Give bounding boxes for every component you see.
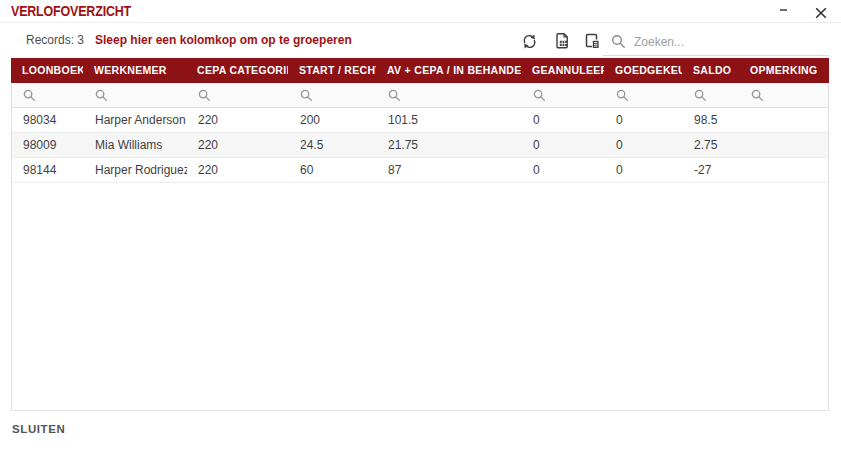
close-button[interactable] (812, 4, 830, 22)
filter-cell-werknemer[interactable] (84, 83, 187, 107)
search-icon (751, 89, 764, 102)
column-header-loonboeknr[interactable]: LOONBOEKNR (11, 58, 83, 83)
cell-geannuleerd: 0 (522, 108, 605, 132)
column-chooser-button[interactable] (582, 31, 602, 51)
minimize-dash-icon[interactable] (780, 9, 787, 11)
column-header-goedgekeurd[interactable]: GOEDGEKEURD (604, 58, 682, 83)
group-panel-hint: Sleep hier een kolomkop om op te groeper… (95, 33, 352, 47)
cell-start-recht: 24.5 (289, 133, 377, 157)
cell-goedgekeurd: 0 (605, 158, 683, 182)
table-row[interactable]: 98009 Mia Williams 220 24.5 21.75 0 0 2.… (12, 133, 828, 158)
export-xlsx-button[interactable] (552, 31, 572, 51)
records-count: Records: 3 (26, 33, 84, 47)
cell-goedgekeurd: 0 (605, 108, 683, 132)
cell-goedgekeurd: 0 (605, 133, 683, 157)
cell-loonboeknr: 98034 (12, 108, 84, 132)
filter-cell-saldo[interactable] (683, 83, 740, 107)
filter-cell-goedgekeurd[interactable] (605, 83, 683, 107)
column-header-av-cepa-in-behandeling[interactable]: AV + CEPA / IN BEHANDELING (376, 58, 521, 83)
column-header-werknemer[interactable]: WERKNEMER (83, 58, 186, 83)
cell-loonboeknr: 98009 (12, 133, 84, 157)
cell-opmerking (740, 108, 828, 132)
cell-saldo: 98.5 (683, 108, 740, 132)
cell-werknemer: Harper Anderson (84, 108, 187, 132)
column-header-opmerking[interactable]: OPMERKING (739, 58, 827, 83)
search-box[interactable] (603, 28, 829, 56)
column-chooser-icon (583, 32, 601, 50)
cell-start-recht: 200 (289, 108, 377, 132)
table-row[interactable]: 98034 Harper Anderson 220 200 101.5 0 0 … (12, 108, 828, 133)
cell-av-cepa: 101.5 (377, 108, 522, 132)
search-icon (198, 89, 211, 102)
verlofoverzicht-dialog: VERLOFOVERZICHT Records: 3 Sleep hier ee… (0, 0, 841, 450)
cell-saldo: 2.75 (683, 133, 740, 157)
cell-cepa-categorie: 220 (187, 108, 289, 132)
data-grid: LOONBOEKNR WERKNEMER CEPA CATEGORIE STAR… (11, 58, 829, 411)
cell-geannuleerd: 0 (522, 158, 605, 182)
refresh-button[interactable] (519, 31, 539, 51)
page-title: VERLOFOVERZICHT (11, 3, 131, 19)
cell-opmerking (740, 158, 828, 182)
column-header-geannuleerd[interactable]: GEANNULEERD (521, 58, 604, 83)
search-icon (611, 34, 626, 49)
grid-filter-row (12, 83, 828, 108)
cell-av-cepa: 21.75 (377, 133, 522, 157)
title-bar: VERLOFOVERZICHT (0, 0, 841, 23)
filter-cell-opmerking[interactable] (740, 83, 828, 107)
grid-toolbar: Records: 3 Sleep hier een kolomkop om op… (0, 23, 841, 58)
cell-start-recht: 60 (289, 158, 377, 182)
search-icon (694, 89, 707, 102)
filter-cell-start-recht[interactable] (289, 83, 377, 107)
sluiten-button[interactable]: SLUITEN (11, 421, 66, 437)
search-icon (533, 89, 546, 102)
search-input[interactable] (634, 35, 804, 49)
cell-werknemer: Mia Williams (84, 133, 187, 157)
cell-geannuleerd: 0 (522, 133, 605, 157)
grid-header-row: LOONBOEKNR WERKNEMER CEPA CATEGORIE STAR… (11, 58, 829, 83)
search-icon (95, 89, 108, 102)
cell-loonboeknr: 98144 (12, 158, 84, 182)
search-icon (616, 89, 629, 102)
column-header-start-recht[interactable]: START / RECHT (288, 58, 376, 83)
search-icon (23, 89, 36, 102)
search-icon (388, 89, 401, 102)
column-header-saldo[interactable]: SALDO (682, 58, 739, 83)
cell-cepa-categorie: 220 (187, 133, 289, 157)
cell-opmerking (740, 133, 828, 157)
close-icon (814, 6, 828, 20)
column-header-cepa-categorie[interactable]: CEPA CATEGORIE (186, 58, 288, 83)
search-icon (300, 89, 313, 102)
filter-cell-loonboeknr[interactable] (12, 83, 84, 107)
refresh-icon (521, 33, 538, 50)
filter-cell-av-cepa[interactable] (377, 83, 522, 107)
cell-werknemer: Harper Rodriguez (84, 158, 187, 182)
filter-cell-geannuleerd[interactable] (522, 83, 605, 107)
table-row[interactable]: 98144 Harper Rodriguez 220 60 87 0 0 -27 (12, 158, 828, 183)
cell-saldo: -27 (683, 158, 740, 182)
filter-cell-cepa-categorie[interactable] (187, 83, 289, 107)
export-xlsx-icon (553, 32, 571, 50)
cell-av-cepa: 87 (377, 158, 522, 182)
cell-cepa-categorie: 220 (187, 158, 289, 182)
